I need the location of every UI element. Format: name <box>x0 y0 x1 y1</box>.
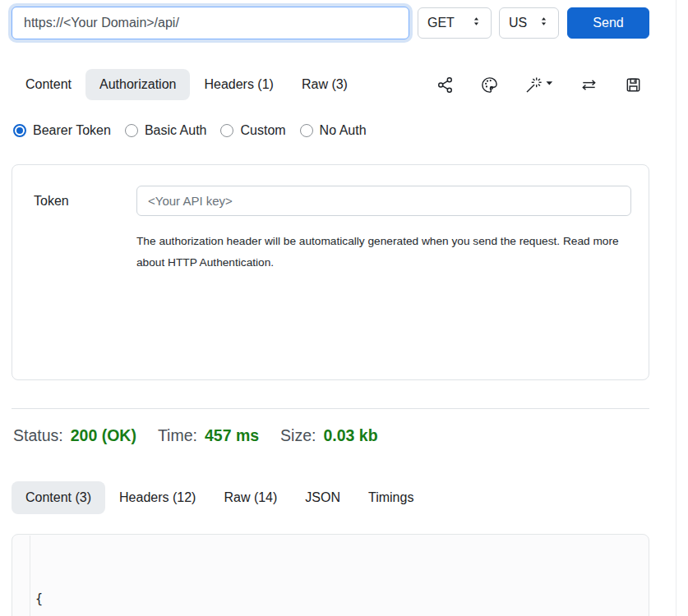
tab-raw[interactable]: Raw (3) <box>288 69 362 100</box>
time-value: 457 ms <box>205 426 259 445</box>
section-divider <box>12 408 649 409</box>
content-right-border <box>676 0 676 616</box>
time-stat: Time: 457 ms <box>158 426 259 445</box>
request-tabs-row: Content Authorization Headers (1) Raw (3… <box>12 69 649 100</box>
api-test-tool: GET US Send Content Authorization Header… <box>0 0 688 616</box>
tab-authorization[interactable]: Authorization <box>85 69 190 100</box>
response-status-row: Status: 200 (OK) Time: 457 ms Size: 0.03… <box>13 426 378 445</box>
tab-response-raw[interactable]: Raw (14) <box>210 481 291 514</box>
magic-wand-icon[interactable] <box>524 76 554 94</box>
region-select[interactable]: US <box>499 7 559 39</box>
share-icon[interactable] <box>436 76 455 94</box>
url-input[interactable] <box>12 7 409 39</box>
method-select-value: GET <box>427 16 455 30</box>
radio-custom[interactable]: Custom <box>220 123 285 138</box>
response-tabs: Content (3) Headers (12) Raw (14) JSON T… <box>12 481 427 514</box>
region-select-value: US <box>509 16 527 30</box>
size-stat: Size: 0.03 kb <box>280 426 378 445</box>
radio-basic-auth[interactable]: Basic Auth <box>125 123 207 138</box>
radio-bearer-token[interactable]: Bearer Token <box>13 123 111 138</box>
tab-content[interactable]: Content <box>12 69 85 100</box>
status-value: 200 (OK) <box>71 426 136 445</box>
radio-circle <box>300 124 313 137</box>
tab-response-timings[interactable]: Timings <box>354 481 427 514</box>
auth-type-options: Bearer Token Basic Auth Custom No Auth <box>13 123 367 138</box>
radio-circle <box>220 124 233 137</box>
radio-circle <box>13 124 26 137</box>
token-label: Token <box>34 194 69 209</box>
request-tabs: Content Authorization Headers (1) Raw (3… <box>12 69 362 100</box>
palette-icon[interactable] <box>480 76 499 94</box>
response-json-body: { "message": "API running." } <box>35 541 251 616</box>
size-value: 0.03 kb <box>323 426 377 445</box>
request-toolbar <box>436 76 643 94</box>
code-line: { <box>35 587 251 610</box>
code-gutter-divider <box>30 536 30 616</box>
updown-arrows-icon <box>471 16 482 30</box>
method-select[interactable]: GET <box>418 7 492 39</box>
response-body-panel: { "message": "API running." } <box>12 534 649 616</box>
swap-arrows-icon[interactable] <box>579 76 598 94</box>
radio-circle <box>125 124 138 137</box>
updown-arrows-icon <box>538 16 549 30</box>
tab-response-json[interactable]: JSON <box>291 481 354 514</box>
save-icon[interactable] <box>624 76 643 94</box>
send-button[interactable]: Send <box>567 7 649 39</box>
tab-response-headers[interactable]: Headers (12) <box>105 481 210 514</box>
tab-headers[interactable]: Headers (1) <box>190 69 287 100</box>
token-help-text: The authorization header will be automat… <box>136 231 630 273</box>
radio-no-auth[interactable]: No Auth <box>300 123 367 138</box>
request-bar: GET US Send <box>12 7 649 39</box>
auth-panel: Token The authorization header will be a… <box>12 164 649 380</box>
token-input[interactable] <box>136 186 631 216</box>
tab-response-content[interactable]: Content (3) <box>12 481 105 514</box>
status-stat: Status: 200 (OK) <box>13 426 136 445</box>
